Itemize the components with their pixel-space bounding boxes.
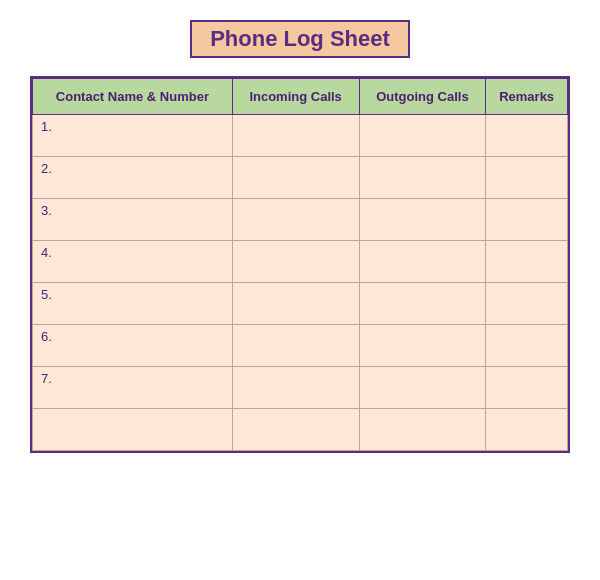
cell-incoming[interactable] (232, 409, 359, 451)
cell-outgoing[interactable] (359, 199, 486, 241)
table-row: 2. (33, 157, 568, 199)
cell-contact[interactable]: 3. (33, 199, 233, 241)
col-remarks: Remarks (486, 79, 568, 115)
cell-contact[interactable]: 4. (33, 241, 233, 283)
cell-contact[interactable] (33, 409, 233, 451)
cell-contact[interactable]: 7. (33, 367, 233, 409)
cell-remarks[interactable] (486, 367, 568, 409)
cell-incoming[interactable] (232, 367, 359, 409)
table-row: 3. (33, 199, 568, 241)
cell-incoming[interactable] (232, 283, 359, 325)
table-header-row: Contact Name & Number Incoming Calls Out… (33, 79, 568, 115)
table-row: 5. (33, 283, 568, 325)
cell-outgoing[interactable] (359, 283, 486, 325)
cell-incoming[interactable] (232, 241, 359, 283)
cell-contact[interactable]: 6. (33, 325, 233, 367)
cell-contact[interactable]: 5. (33, 283, 233, 325)
cell-remarks[interactable] (486, 325, 568, 367)
cell-remarks[interactable] (486, 241, 568, 283)
cell-incoming[interactable] (232, 199, 359, 241)
table-row: 7. (33, 367, 568, 409)
cell-remarks[interactable] (486, 409, 568, 451)
cell-outgoing[interactable] (359, 157, 486, 199)
cell-remarks[interactable] (486, 283, 568, 325)
col-contact: Contact Name & Number (33, 79, 233, 115)
table-row: 1. (33, 115, 568, 157)
cell-remarks[interactable] (486, 157, 568, 199)
cell-outgoing[interactable] (359, 241, 486, 283)
phone-log-table: Contact Name & Number Incoming Calls Out… (30, 76, 570, 453)
page-title: Phone Log Sheet (190, 20, 410, 58)
cell-remarks[interactable] (486, 115, 568, 157)
col-outgoing: Outgoing Calls (359, 79, 486, 115)
table-row: 6. (33, 325, 568, 367)
cell-outgoing[interactable] (359, 325, 486, 367)
cell-contact[interactable]: 2. (33, 157, 233, 199)
table-row: 4. (33, 241, 568, 283)
col-incoming: Incoming Calls (232, 79, 359, 115)
table-row (33, 409, 568, 451)
cell-outgoing[interactable] (359, 409, 486, 451)
cell-remarks[interactable] (486, 199, 568, 241)
cell-incoming[interactable] (232, 115, 359, 157)
cell-incoming[interactable] (232, 325, 359, 367)
cell-incoming[interactable] (232, 157, 359, 199)
cell-contact[interactable]: 1. (33, 115, 233, 157)
cell-outgoing[interactable] (359, 367, 486, 409)
cell-outgoing[interactable] (359, 115, 486, 157)
